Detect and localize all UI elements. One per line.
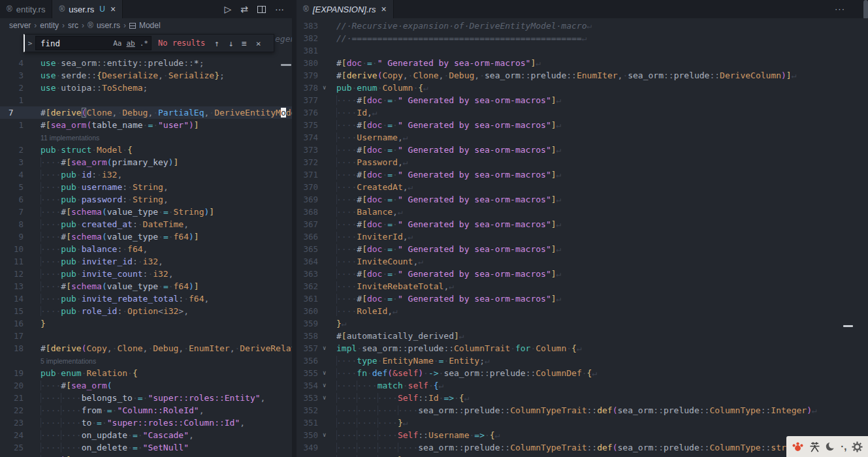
code-line[interactable]: 354∨········match·self·{↵	[297, 379, 868, 392]
code-line[interactable]: 1	[0, 94, 292, 106]
editor-right[interactable]: 383//·Recursive·expansion·of·DeriveEntit…	[297, 18, 868, 457]
fold-chevron-icon[interactable]: ∨	[318, 82, 336, 94]
breadcrumb-item[interactable]: server	[9, 21, 31, 30]
code-line[interactable]: 13····#[schema(value_type·=·f64)]	[0, 280, 292, 292]
codelens-row[interactable]: 11 implementations	[0, 131, 292, 144]
code-line[interactable]: 26····)]	[0, 454, 292, 457]
code-line[interactable]: 374····Username,↵	[297, 131, 868, 144]
code-line[interactable]: 4use·sea_orm::entity::prelude::*;	[0, 57, 292, 69]
code-line[interactable]: 361····#[doc·=·" Generated by sea-orm-ma…	[297, 292, 868, 305]
code-line[interactable]: 7#[derive(Clone,·Debug,·PartialEq,·Deriv…	[0, 106, 292, 119]
code-line[interactable]: 6····pub·password:·String,	[0, 193, 292, 206]
code-area[interactable]: 4use·sea_orm::entity::prelude::*;3use·se…	[0, 57, 292, 457]
code-line[interactable]: 10····pub·balance:·f64,	[0, 243, 292, 255]
scrollbar-thumb[interactable]	[863, 0, 868, 20]
more-actions-icon[interactable]: ···	[275, 5, 284, 14]
code-line[interactable]: 19pub·enum·Relation·{	[0, 367, 292, 379]
code-line[interactable]: 362····InviteRebateTotal,↵	[297, 280, 868, 292]
tab-user-rs[interactable]: ® user.rs U ×	[52, 0, 123, 18]
fold-chevron-icon[interactable]: ∨	[318, 342, 336, 355]
code-line[interactable]: 365····#[doc·=·" Generated by sea-orm-ma…	[297, 243, 868, 255]
run-icon[interactable]: ▷	[224, 5, 231, 14]
more-actions-icon[interactable]: ···	[835, 4, 845, 14]
code-line[interactable]: 8····pub·created_at:·DateTime,	[0, 218, 292, 230]
code-line[interactable]: 18#[derive(Copy,·Clone,·Debug,·EnumIter,…	[0, 342, 292, 355]
code-line[interactable]: 359}↵	[297, 317, 868, 330]
code-line[interactable]: 15····pub·role_id:·Option<i32>,	[0, 305, 292, 317]
code-line[interactable]: 22········from·=·"Column::RoleId",	[0, 404, 292, 417]
code-line[interactable]: 358#[automatically_derived]↵	[297, 330, 868, 342]
toggle-replace-icon[interactable]: >	[25, 39, 35, 48]
code-line[interactable]: 11····pub·inviter_id:·i32,	[0, 255, 292, 268]
close-icon[interactable]: ×	[110, 4, 116, 14]
code-line[interactable]: 352················sea_orm::prelude::Col…	[297, 404, 868, 417]
whole-word-icon[interactable]: ab	[127, 39, 135, 48]
code-line[interactable]: 364····InviteCount,↵	[297, 255, 868, 268]
code-line[interactable]: 1#[sea_orm(table_name·=·"user")]	[0, 119, 292, 131]
code-line[interactable]: 377····#[doc·=·" Generated by sea-orm-ma…	[297, 94, 868, 106]
close-icon[interactable]: ×	[381, 4, 386, 14]
code-line[interactable]: 380#[doc·=·" Generated by sea-orm-macros…	[297, 57, 868, 69]
language-icon[interactable]	[809, 441, 820, 452]
code-line[interactable]: 370····CreatedAt,↵	[297, 181, 868, 193]
code-line[interactable]: 9····#[schema(value_type·=·f64)]	[0, 230, 292, 243]
code-line[interactable]: 353∨············Self::Id·=>·{↵	[297, 392, 868, 404]
code-line[interactable]: 356····type·EntityName·=·Entity;↵	[297, 355, 868, 367]
fold-chevron-icon[interactable]: ∨	[318, 392, 336, 404]
code-line[interactable]: 360····RoleId,↵	[297, 305, 868, 317]
code-line[interactable]: 366····InviterId,↵	[297, 230, 868, 243]
code-line[interactable]: 363····#[doc·=·" Generated by sea-orm-ma…	[297, 268, 868, 280]
code-line[interactable]: 3····#[sea_orm(primary_key)]	[0, 156, 292, 168]
find-input[interactable]: find Aa ab .*	[35, 36, 152, 50]
code-line[interactable]: 368····Balance,↵	[297, 206, 868, 218]
code-line[interactable]: 355∨····fn·def(&self)·->·sea_orm::prelud…	[297, 367, 868, 379]
close-icon[interactable]: ×	[256, 39, 261, 48]
code-line[interactable]: 5····pub·username:·String,	[0, 181, 292, 193]
code-line[interactable]: 23········to·=·"super::roles::Column::Id…	[0, 417, 292, 429]
code-line[interactable]: 369····#[doc·=·" Generated by sea-orm-ma…	[297, 193, 868, 206]
code-line[interactable]: 375····#[doc·=·" Generated by sea-orm-ma…	[297, 119, 868, 131]
split-editor-icon[interactable]	[257, 6, 266, 13]
codelens-row[interactable]: 5 implementations	[0, 355, 292, 367]
code-line[interactable]: 25········on_delete·=·"SetNull"	[0, 441, 292, 454]
fold-chevron-icon[interactable]: ∨	[318, 429, 336, 441]
match-case-icon[interactable]: Aa	[113, 39, 121, 48]
code-line[interactable]: 379#[derive(Copy,·Clone,·Debug,·sea_orm:…	[297, 69, 868, 82]
tab-entity-rs[interactable]: ® entity.rs	[0, 0, 52, 18]
code-line[interactable]: 349················sea_orm::prelude::Col…	[297, 441, 868, 454]
code-line[interactable]: 350∨············Self::Username·=>·{↵	[297, 429, 868, 441]
code-area[interactable]: 383//·Recursive·expansion·of·DeriveEntit…	[297, 20, 868, 457]
editor-split-divider[interactable]	[292, 0, 297, 457]
code-line[interactable]: 367····#[doc·=·" Generated by sea-orm-ma…	[297, 218, 868, 230]
gear-icon[interactable]	[852, 441, 863, 452]
code-line[interactable]: 382//·==================================…	[297, 32, 868, 44]
code-line[interactable]: 16}	[0, 317, 292, 330]
code-line[interactable]: 373····#[doc·=·" Generated by sea-orm-ma…	[297, 144, 868, 156]
code-line[interactable]: 12····pub·invite_count:·i32,	[0, 268, 292, 280]
regex-icon[interactable]: .*	[140, 39, 148, 48]
code-line[interactable]: 2use·utoipa::ToSchema;	[0, 82, 292, 94]
code-line[interactable]: 357∨impl·sea_orm::prelude::ColumnTrait·f…	[297, 342, 868, 355]
code-line[interactable]: 381	[297, 44, 868, 57]
code-line[interactable]: 21········belongs_to·=·"super::roles::En…	[0, 392, 292, 404]
breadcrumb-item[interactable]: src	[68, 21, 78, 30]
breadcrumb-item[interactable]: entity	[40, 21, 59, 30]
breadcrumb-item[interactable]: user.rs	[97, 21, 120, 30]
tab-expansion-rs[interactable]: ® [EXPANSION].rs ×	[297, 0, 394, 18]
code-line[interactable]: 17	[0, 330, 292, 342]
find-in-selection-icon[interactable]: ≡	[242, 39, 247, 48]
codelens-label[interactable]: 5 implementations	[40, 357, 96, 365]
code-line[interactable]: 351············}↵	[297, 417, 868, 429]
code-line[interactable]: 372····Password,↵	[297, 156, 868, 168]
compare-changes-icon[interactable]: ⇄	[240, 5, 248, 14]
code-line[interactable]: 3use·serde::{Deserialize,·Serialize};	[0, 69, 292, 82]
code-line[interactable]: 7····#[schema(value_type·=·String)]	[0, 206, 292, 218]
moon-icon[interactable]	[825, 441, 835, 452]
code-line[interactable]: 20····#[sea_orm(	[0, 379, 292, 392]
breadcrumb-item[interactable]: Model	[139, 21, 161, 30]
codelens-label[interactable]: 11 implementations	[40, 134, 99, 142]
code-line[interactable]: 24········on_update·=·"Cascade",	[0, 429, 292, 441]
next-match-icon[interactable]: ↓	[229, 39, 234, 48]
fold-chevron-icon[interactable]: ∨	[318, 379, 336, 392]
code-line[interactable]: 348············}	[297, 454, 868, 457]
